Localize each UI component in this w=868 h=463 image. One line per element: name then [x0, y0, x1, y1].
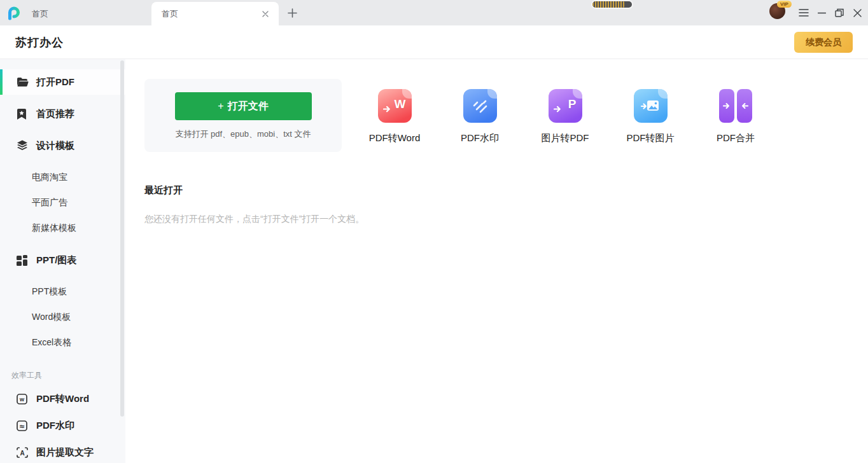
menu-icon[interactable]	[797, 6, 810, 19]
tool-label: PDF转图片	[627, 132, 675, 144]
sidebar-item-label: 图片提取文字	[36, 446, 94, 459]
sidebar-item-label: PPT模板	[32, 286, 67, 298]
restore-icon[interactable]	[833, 6, 846, 19]
sidebar-item-label: 设计模板	[36, 140, 74, 152]
app-name: 苏打办公	[15, 35, 64, 50]
letter-glyph: W	[395, 97, 406, 111]
sidebar-item-ppt-charts[interactable]: PPT/图表	[0, 247, 125, 273]
close-icon[interactable]	[851, 6, 864, 19]
sidebar-item-open-pdf[interactable]: 打开PDF	[0, 69, 125, 95]
svg-text:≈: ≈	[19, 422, 25, 430]
sidebar-item-label: PPT/图表	[36, 254, 76, 266]
tool-pdf-watermark[interactable]: PDF水印	[437, 79, 522, 144]
tool-pdf-to-image[interactable]: PDF转图片	[608, 79, 693, 144]
sidebar-item-word-templates[interactable]: Word模板	[0, 305, 125, 330]
sidebar-section-efficiency-tools: 效率工具	[0, 367, 125, 384]
window-page-label: 首页	[32, 8, 48, 20]
sidebar: 打开PDF 首页推荐 设计模板 电商淘宝	[0, 59, 125, 463]
tool-label: PDF水印	[461, 132, 499, 144]
sidebar-item-excel-sheets[interactable]: Excel表格	[0, 330, 125, 356]
sidebar-item-label: 首页推荐	[36, 108, 74, 120]
doc-w-icon: w	[17, 394, 29, 404]
sidebar-item-new-media-templates[interactable]: 新媒体模板	[0, 216, 125, 241]
recent-files-empty-message: 您还没有打开任何文件，点击“打开文件”打开一个文档。	[144, 214, 868, 225]
doc-wave-icon: ≈	[17, 420, 29, 431]
arrow-right-icon	[383, 104, 391, 115]
app-logo-icon	[6, 5, 22, 20]
sidebar-item-graphic-ads[interactable]: 平面广告	[0, 190, 125, 216]
open-file-button[interactable]: +打开文件	[175, 92, 312, 120]
supported-formats-hint: 支持打开 pdf、epub、mobi、txt 文件	[144, 128, 342, 140]
svg-text:A: A	[20, 449, 24, 456]
brackets-a-icon: A	[17, 447, 29, 458]
sidebar-item-label: 电商淘宝	[32, 172, 67, 183]
tool-label: PDF合并	[717, 132, 755, 144]
pdf-to-image-icon	[634, 89, 668, 123]
open-file-card: +打开文件 支持打开 pdf、epub、mobi、txt 文件	[144, 79, 342, 152]
sidebar-scrollbar[interactable]	[120, 60, 124, 417]
svg-text:w: w	[19, 396, 25, 403]
sidebar-item-pdf-to-word[interactable]: w PDF转Word	[0, 386, 125, 411]
letter-glyph: P	[568, 97, 577, 111]
tool-pdf-merge[interactable]: PDF合并	[693, 79, 778, 144]
tab-home[interactable]: 首页	[151, 2, 279, 25]
plus-icon: +	[218, 100, 223, 111]
new-tab-icon[interactable]	[286, 6, 298, 19]
minimize-icon[interactable]	[815, 6, 828, 19]
titlebar: 首页 首页 VIP	[0, 0, 868, 25]
arrow-right-icon	[554, 104, 562, 115]
open-file-button-label: 打开文件	[228, 100, 269, 111]
pdf-to-word-icon: W	[378, 89, 412, 123]
pdf-merge-icon	[719, 89, 753, 123]
tab-close-icon[interactable]	[260, 8, 271, 20]
merge-left-block	[719, 89, 734, 123]
sidebar-item-image-text-extract[interactable]: A 图片提取文字	[0, 439, 125, 463]
sidebar-item-label: PDF水印	[36, 420, 74, 432]
sidebar-item-label: 新媒体模板	[32, 223, 76, 234]
usage-progress-fill	[592, 1, 624, 8]
sidebar-item-label: PDF转Word	[36, 393, 89, 405]
recent-files-title: 最近打开	[144, 184, 868, 197]
renew-membership-button[interactable]: 续费会员	[794, 32, 853, 53]
layers-icon	[17, 140, 29, 151]
sidebar-item-ecommerce-taobao[interactable]: 电商淘宝	[0, 165, 125, 190]
sidebar-item-pdf-watermark[interactable]: ≈ PDF水印	[0, 413, 125, 438]
main-content: +打开文件 支持打开 pdf、epub、mobi、txt 文件 W PDF	[125, 59, 868, 463]
tool-pdf-to-word[interactable]: W PDF转Word	[352, 79, 437, 144]
sidebar-item-label: Word模板	[32, 312, 71, 323]
grid-icon	[17, 255, 29, 266]
tool-image-to-pdf[interactable]: P 图片转PDF	[522, 79, 608, 144]
merge-right-block	[737, 89, 752, 123]
sidebar-item-design-templates[interactable]: 设计模板	[0, 133, 125, 158]
sidebar-item-label: Excel表格	[32, 337, 71, 349]
sidebar-item-label: 打开PDF	[36, 76, 74, 88]
header: 苏打办公 续费会员	[0, 25, 868, 59]
image-to-pdf-icon: P	[549, 89, 582, 123]
quick-tools-row: W PDF转Word PDF水印	[352, 79, 778, 144]
folder-open-icon	[17, 77, 29, 87]
active-accent-bar	[0, 69, 3, 95]
bookmark-star-icon	[17, 109, 29, 120]
usage-progress-indicator	[592, 1, 632, 8]
sidebar-item-ppt-templates[interactable]: PPT模板	[0, 279, 125, 305]
vip-badge: VIP	[777, 1, 792, 8]
sidebar-item-home-recommend[interactable]: 首页推荐	[0, 101, 125, 127]
pdf-watermark-icon	[463, 89, 497, 123]
tab-label: 首页	[162, 8, 260, 20]
sidebar-item-label: 平面广告	[32, 197, 67, 209]
tool-label: 图片转PDF	[542, 132, 589, 144]
tool-label: PDF转Word	[369, 132, 421, 144]
